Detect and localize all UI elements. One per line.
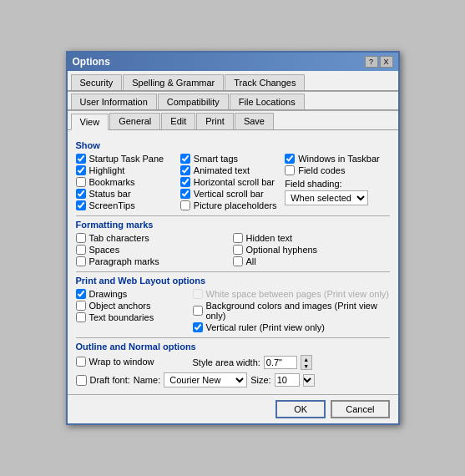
show-col-3: Windows in Taskbar Field codes Field sha… bbox=[285, 154, 389, 212]
help-button[interactable]: ? bbox=[365, 56, 378, 68]
cb-animated-text-label: Animated text bbox=[194, 165, 250, 175]
cb-field-codes: Field codes bbox=[285, 165, 389, 175]
cb-tab-characters-input[interactable] bbox=[76, 233, 86, 243]
fmt-col-2: Hidden text Optional hyphens All bbox=[233, 233, 390, 268]
spinner-up[interactable]: ▲ bbox=[301, 356, 311, 362]
cb-windows-taskbar-label: Windows in Taskbar bbox=[298, 154, 380, 164]
draft-font-name-select[interactable]: Courier New bbox=[164, 372, 247, 387]
cb-draft-font-input[interactable] bbox=[76, 375, 87, 386]
cb-drawings-input[interactable] bbox=[76, 289, 86, 299]
show-section: Startup Task Pane Highlight Bookmarks St… bbox=[76, 154, 390, 212]
cb-white-space-label: White space between pages (Print view on… bbox=[206, 289, 390, 299]
cb-object-anchors-input[interactable] bbox=[76, 301, 86, 311]
outline-normal-label: Outline and Normal options bbox=[76, 342, 390, 352]
field-shading-select-row: When selected Never Always bbox=[285, 190, 389, 205]
style-area-label: Style area width: bbox=[193, 357, 260, 367]
cb-smart-tags-input[interactable] bbox=[180, 154, 190, 164]
cb-picture-placeholders-input[interactable] bbox=[180, 200, 190, 210]
cb-startup-task-pane-input[interactable] bbox=[76, 154, 86, 164]
cb-screentips: ScreenTips bbox=[76, 200, 180, 210]
cb-drawings: Drawings bbox=[76, 289, 193, 299]
tab-file-locations[interactable]: File Locations bbox=[230, 94, 305, 109]
cb-text-boundaries-label: Text boundaries bbox=[89, 312, 154, 322]
tab-compatibility[interactable]: Compatibility bbox=[158, 94, 229, 109]
draft-font-row: Draft font: Name: Courier New Size: bbox=[76, 372, 390, 387]
cb-hidden-text: Hidden text bbox=[233, 233, 390, 243]
cb-status-bar-label: Status bar bbox=[89, 189, 131, 199]
formatting-marks-section: Tab characters Spaces Paragraph marks Hi… bbox=[76, 233, 390, 268]
cb-background-colors-label: Background colors and images (Print view… bbox=[206, 301, 390, 321]
print-web-layout-label: Print and Web Layout options bbox=[76, 276, 390, 286]
tab-track-changes[interactable]: Track Changes bbox=[225, 74, 305, 90]
close-button[interactable]: X bbox=[380, 56, 393, 68]
cb-startup-task-pane: Startup Task Pane bbox=[76, 154, 180, 164]
cb-field-codes-input[interactable] bbox=[285, 165, 295, 175]
tab-security[interactable]: Security bbox=[71, 74, 123, 90]
field-shading-select[interactable]: When selected Never Always bbox=[285, 190, 368, 205]
cb-vertical-scroll-input[interactable] bbox=[180, 189, 190, 199]
cb-highlight-input[interactable] bbox=[76, 165, 86, 175]
cb-wrap-to-window-input[interactable] bbox=[76, 357, 86, 367]
cb-status-bar: Status bar bbox=[76, 189, 180, 199]
cb-paragraph-marks-label: Paragraph marks bbox=[89, 256, 159, 266]
cb-horizontal-scroll-input[interactable] bbox=[180, 177, 190, 187]
cb-bookmarks: Bookmarks bbox=[76, 177, 180, 187]
cb-animated-text-input[interactable] bbox=[180, 165, 190, 175]
button-row: OK Cancel bbox=[68, 394, 398, 423]
cb-status-bar-input[interactable] bbox=[76, 189, 86, 199]
cb-hidden-text-input[interactable] bbox=[233, 233, 243, 243]
cb-smart-tags: Smart tags bbox=[180, 154, 285, 164]
style-area-input[interactable] bbox=[264, 356, 297, 369]
cb-screentips-label: ScreenTips bbox=[89, 200, 135, 210]
field-shading-label: Field shading: bbox=[285, 179, 342, 189]
cancel-button[interactable]: Cancel bbox=[331, 400, 389, 418]
divider-3 bbox=[76, 337, 390, 338]
cb-windows-taskbar-input[interactable] bbox=[285, 154, 295, 164]
cb-picture-placeholders-label: Picture placeholders bbox=[194, 200, 277, 210]
tab-row-3: View General Edit Print Save bbox=[68, 110, 398, 130]
cb-text-boundaries-input[interactable] bbox=[76, 312, 86, 322]
cb-draft-font-label: Draft font: bbox=[90, 375, 130, 385]
cb-text-boundaries: Text boundaries bbox=[76, 312, 193, 322]
cb-all-input[interactable] bbox=[233, 256, 243, 266]
cb-windows-taskbar: Windows in Taskbar bbox=[285, 154, 389, 164]
tab-row-1: Security Spelling & Grammar Track Change… bbox=[68, 71, 398, 91]
cb-spaces-input[interactable] bbox=[76, 245, 86, 255]
cb-vertical-scroll: Vertical scroll bar bbox=[180, 189, 285, 199]
cb-vertical-scroll-label: Vertical scroll bar bbox=[194, 189, 264, 199]
cb-paragraph-marks-input[interactable] bbox=[76, 256, 86, 266]
cb-spaces-label: Spaces bbox=[89, 245, 120, 255]
draft-font-size-label: Size: bbox=[250, 375, 270, 385]
cb-bookmarks-input[interactable] bbox=[76, 177, 86, 187]
cb-optional-hyphens-input[interactable] bbox=[233, 245, 243, 255]
cb-startup-task-pane-label: Startup Task Pane bbox=[89, 154, 164, 164]
style-area-row: Style area width: ▲ ▼ bbox=[193, 355, 390, 370]
cb-white-space-input[interactable] bbox=[193, 289, 203, 299]
show-section-label: Show bbox=[76, 140, 390, 150]
cb-bookmarks-label: Bookmarks bbox=[89, 177, 135, 187]
tab-spelling-grammar[interactable]: Spelling & Grammar bbox=[123, 74, 224, 90]
cb-horizontal-scroll: Horizontal scroll bar bbox=[180, 177, 285, 187]
tab-save[interactable]: Save bbox=[235, 113, 274, 129]
cb-object-anchors-label: Object anchors bbox=[89, 301, 151, 311]
tab-user-information[interactable]: User Information bbox=[71, 94, 157, 109]
options-dialog: Options ? X Security Spelling & Grammar … bbox=[66, 51, 400, 425]
cb-background-colors-input[interactable] bbox=[193, 306, 203, 316]
cb-paragraph-marks: Paragraph marks bbox=[76, 256, 233, 266]
outline-normal-section: Wrap to window Style area width: ▲ ▼ bbox=[76, 355, 390, 370]
cb-screentips-input[interactable] bbox=[76, 200, 86, 210]
divider-1 bbox=[76, 215, 390, 216]
tab-general[interactable]: General bbox=[109, 113, 160, 129]
cb-tab-characters-label: Tab characters bbox=[89, 233, 149, 243]
cb-white-space: White space between pages (Print view on… bbox=[193, 289, 390, 299]
tab-view[interactable]: View bbox=[71, 114, 109, 130]
tab-edit[interactable]: Edit bbox=[161, 113, 195, 129]
draft-font-size-select[interactable] bbox=[303, 374, 315, 387]
field-shading-row: Field shading: bbox=[285, 179, 389, 189]
cb-picture-placeholders: Picture placeholders bbox=[180, 200, 285, 210]
spinner-down[interactable]: ▼ bbox=[301, 362, 311, 369]
draft-font-size-input[interactable] bbox=[275, 373, 300, 387]
tab-print[interactable]: Print bbox=[196, 113, 234, 129]
cb-vertical-ruler-input[interactable] bbox=[193, 322, 203, 332]
ok-button[interactable]: OK bbox=[275, 400, 326, 418]
